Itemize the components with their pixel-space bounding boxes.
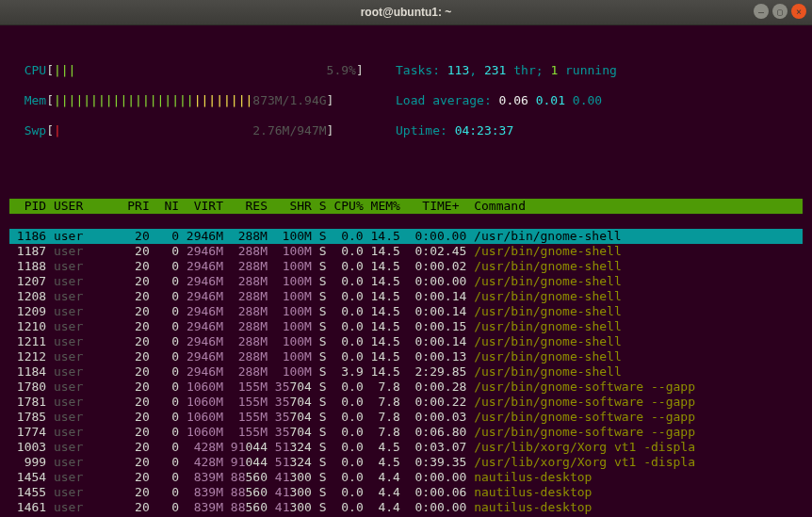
window-buttons: – ▢ × — [754, 4, 806, 19]
process-row[interactable]: 1187 user 20 0 2946M 288M 100M S 0.0 14.… — [9, 244, 803, 259]
close-icon[interactable]: × — [791, 4, 806, 19]
process-row[interactable]: 1785 user 20 0 1060M 155M 35704 S 0.0 7.… — [9, 410, 803, 425]
process-row[interactable]: 1774 user 20 0 1060M 155M 35704 S 0.0 7.… — [9, 425, 803, 440]
process-row[interactable]: 1184 user 20 0 2946M 288M 100M S 3.9 14.… — [9, 364, 803, 380]
process-row[interactable]: 1188 user 20 0 2946M 288M 100M S 0.0 14.… — [9, 259, 803, 274]
process-row[interactable]: 999 user 20 0 428M 91044 51324 S 0.0 4.5… — [9, 455, 803, 470]
process-row[interactable]: 1208 user 20 0 2946M 288M 100M S 0.0 14.… — [9, 289, 803, 304]
maximize-icon[interactable]: ▢ — [772, 4, 788, 19]
process-row[interactable]: 1211 user 20 0 2946M 288M 100M S 0.0 14.… — [9, 334, 803, 349]
tasks-info: Tasks: 113, 231 thr; 1 running — [396, 63, 617, 78]
process-list[interactable]: 1186 user 20 0 2946M 288M 100M S 0.0 14.… — [9, 229, 803, 517]
process-row[interactable]: 1454 user 20 0 839M 88560 41300 S 0.0 4.… — [9, 470, 803, 485]
window-titlebar: root@ubuntu1: ~ – ▢ × — [0, 0, 812, 25]
process-row[interactable]: 1455 user 20 0 839M 88560 41300 S 0.0 4.… — [9, 485, 803, 500]
terminal-content: CPU[||| 5.9%] Mem[||||||||||||||||||||||… — [0, 25, 812, 517]
minimize-icon[interactable]: – — [754, 4, 769, 19]
mem-meter: Mem[|||||||||||||||||||||||||||873M/1.94… — [9, 93, 396, 108]
process-row[interactable]: 1461 user 20 0 839M 88560 41300 S 0.0 4.… — [9, 500, 803, 515]
process-row[interactable]: 1207 user 20 0 2946M 288M 100M S 0.0 14.… — [9, 274, 803, 289]
uptime-info: Uptime: 04:23:37 — [396, 123, 617, 138]
process-row[interactable]: 1212 user 20 0 2946M 288M 100M S 0.0 14.… — [9, 349, 803, 364]
load-info: Load average: 0.06 0.01 0.00 — [396, 93, 617, 108]
process-row[interactable]: 1781 user 20 0 1060M 155M 35704 S 0.0 7.… — [9, 395, 803, 410]
window-title: root@ubuntu1: ~ — [361, 6, 452, 19]
process-row[interactable]: 1003 user 20 0 428M 91044 51324 S 0.0 4.… — [9, 440, 803, 455]
process-row[interactable]: 1209 user 20 0 2946M 288M 100M S 0.0 14.… — [9, 304, 803, 319]
process-row[interactable]: 1186 user 20 0 2946M 288M 100M S 0.0 14.… — [9, 229, 803, 244]
process-row[interactable]: 1210 user 20 0 2946M 288M 100M S 0.0 14.… — [9, 319, 803, 334]
swp-meter: Swp[| 2.76M/947M] — [9, 123, 396, 138]
cpu-meter: CPU[||| 5.9%] — [9, 63, 396, 78]
column-headers[interactable]: PID USER PRI NI VIRT RES SHR S CPU% MEM%… — [9, 199, 803, 214]
process-row[interactable]: 1780 user 20 0 1060M 155M 35704 S 0.0 7.… — [9, 380, 803, 395]
